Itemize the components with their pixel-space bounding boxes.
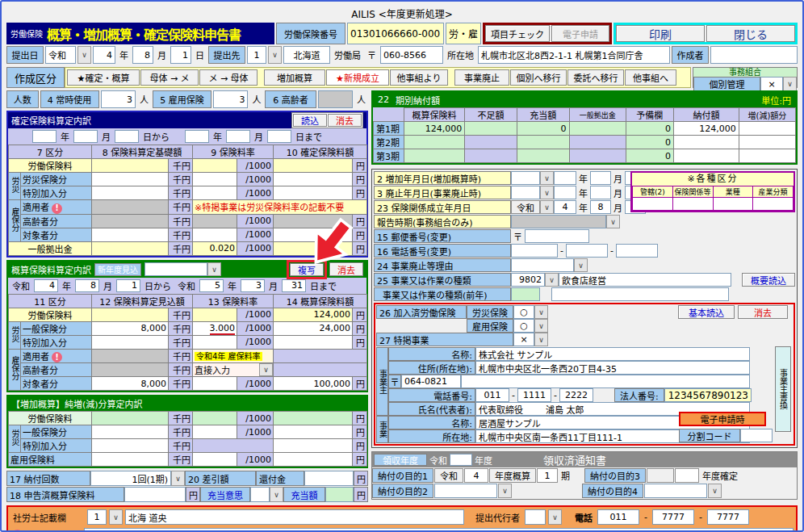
owner-tel2[interactable]: 1111	[517, 388, 551, 402]
to-year-field[interactable]	[185, 130, 209, 143]
owner-tel3[interactable]: 2222	[559, 388, 593, 402]
nofu-cell[interactable]	[673, 149, 739, 163]
month-field[interactable]: 8	[590, 200, 611, 214]
base-field[interactable]	[92, 425, 169, 439]
base-field[interactable]	[92, 335, 169, 349]
rate-field[interactable]	[193, 453, 237, 467]
tajikumi-yori-button[interactable]: 他事組より	[390, 69, 448, 86]
shinki-seiritsu-button[interactable]: ★新規成立	[326, 69, 389, 86]
to-day-field[interactable]	[267, 130, 291, 143]
base-field[interactable]	[92, 159, 169, 173]
chevron-down-icon[interactable]: ∨	[783, 77, 797, 91]
tel3-field[interactable]: 7777	[707, 509, 749, 525]
f17-select[interactable]: 1回(1期)	[90, 471, 171, 486]
work-type-code[interactable]: 9802	[511, 273, 545, 287]
from-month-field[interactable]	[73, 130, 98, 143]
houjin-field[interactable]: 1234567890123	[664, 388, 752, 402]
nofu-cell[interactable]: 124,000	[673, 122, 739, 136]
amount-field[interactable]	[274, 453, 353, 467]
juto-ishi-field[interactable]	[250, 487, 270, 502]
zogen-cell[interactable]	[739, 136, 795, 149]
tel2-field[interactable]: 7777	[652, 509, 694, 525]
tokkei-field[interactable]: ×	[513, 333, 534, 346]
f5-field[interactable]: 3	[213, 90, 248, 108]
tel1-field[interactable]	[511, 244, 558, 258]
chevron-down-icon[interactable]: ∨	[708, 484, 722, 498]
same-as-prev-select[interactable]: 前年と同額	[144, 262, 207, 276]
to-month-field[interactable]	[226, 130, 250, 143]
era-select[interactable]: 令和	[45, 46, 76, 64]
rate-field[interactable]	[193, 335, 237, 349]
chevron-down-icon[interactable]: ∨	[540, 171, 554, 185]
f18-field[interactable]	[124, 487, 186, 502]
rate-field[interactable]: 0.020	[193, 241, 237, 255]
e-apply-time-button[interactable]: 電子申請時	[679, 412, 766, 426]
owner-tel1[interactable]: 011	[475, 388, 509, 402]
to-day-field[interactable]: 31	[282, 279, 306, 292]
rate-field[interactable]	[193, 308, 237, 321]
chevron-down-icon[interactable]: ∨	[171, 471, 185, 486]
base-field[interactable]	[92, 439, 169, 453]
owner-addr-field[interactable]: 札幌市中央区北一条西20丁目4-35	[475, 361, 750, 375]
owner-postal-field[interactable]: 064-0821	[401, 375, 461, 388]
purpose1-ki[interactable]: 1	[537, 468, 558, 483]
era-select[interactable]: 令和	[511, 200, 540, 214]
rate-field[interactable]: 3.000	[193, 321, 237, 335]
era-select[interactable]	[511, 171, 540, 185]
rate-field[interactable]	[193, 186, 237, 200]
tel1-field[interactable]: 011	[597, 509, 639, 525]
purpose1-year[interactable]: 4	[464, 468, 488, 483]
purpose3-field1[interactable]	[647, 468, 674, 483]
rate-field[interactable]	[193, 425, 237, 439]
submit-year-field[interactable]: 4	[93, 46, 115, 64]
kubun-field[interactable]	[713, 198, 753, 211]
clear-button[interactable]: 消去	[738, 305, 788, 319]
insurance-no-field[interactable]: 01301066660-000	[347, 23, 444, 44]
submit-to-field[interactable]: 1	[247, 46, 266, 64]
chevron-down-icon[interactable]: ∨	[207, 262, 221, 276]
sharoushi-num[interactable]: 1	[87, 509, 107, 525]
kakutei-gaisan-button[interactable]: ★確定・概算	[67, 69, 140, 86]
nofu-cell[interactable]	[673, 136, 739, 149]
amount-field[interactable]	[274, 412, 353, 425]
year-field[interactable]: 4	[554, 200, 576, 214]
base-field[interactable]	[92, 241, 169, 255]
chevron-down-icon[interactable]: ∨	[270, 487, 283, 502]
chevron-down-icon[interactable]: ∨	[259, 363, 273, 376]
kubun-field[interactable]	[672, 198, 713, 211]
from-day-field[interactable]: 1	[116, 279, 140, 292]
from-year-field[interactable]	[32, 130, 57, 143]
chevron-down-icon[interactable]: ∨	[268, 46, 282, 64]
submit-month-field[interactable]: 8	[132, 46, 153, 64]
haishi-riyu-select[interactable]	[511, 258, 574, 272]
amount-field[interactable]: 100,000	[274, 377, 353, 391]
amount-field[interactable]	[274, 186, 353, 200]
base-field[interactable]	[92, 186, 169, 200]
direct-input-select[interactable]: 直接入力∨	[193, 363, 274, 377]
chevron-down-icon[interactable]: ∨	[545, 273, 559, 287]
amount-field[interactable]	[274, 439, 353, 453]
owner-name-field[interactable]: 株式会社 サンプル	[475, 347, 750, 361]
sharoushi-name-field[interactable]: 北海 道央	[125, 509, 464, 525]
from-month-field[interactable]: 8	[75, 279, 99, 292]
month-field[interactable]	[590, 171, 611, 185]
era-select[interactable]	[511, 186, 540, 199]
year-field[interactable]	[554, 186, 576, 199]
amount-field[interactable]: 124,000	[274, 308, 353, 321]
jigyou-haishi-button[interactable]: 事業廃止	[454, 69, 509, 86]
gaiyou-read-button[interactable]: 概要読込	[742, 273, 795, 287]
submit-day-field[interactable]: 1	[170, 46, 191, 64]
rate-field[interactable]	[193, 159, 237, 173]
base-field[interactable]	[92, 228, 169, 241]
amount-field[interactable]	[274, 173, 353, 186]
purpose2-select[interactable]	[434, 484, 497, 498]
chevron-down-icon[interactable]: ∨	[540, 200, 554, 214]
kanpu-field[interactable]	[304, 471, 354, 486]
me-to-botai-button[interactable]: メ → 母体	[199, 69, 258, 86]
chevron-down-icon[interactable]: ∨	[534, 333, 548, 346]
kubun-field[interactable]	[633, 198, 673, 211]
comment-input[interactable]	[84, 528, 794, 532]
f6-field[interactable]	[318, 90, 353, 108]
tel2-field[interactable]	[566, 244, 608, 258]
author-field[interactable]	[710, 46, 798, 64]
